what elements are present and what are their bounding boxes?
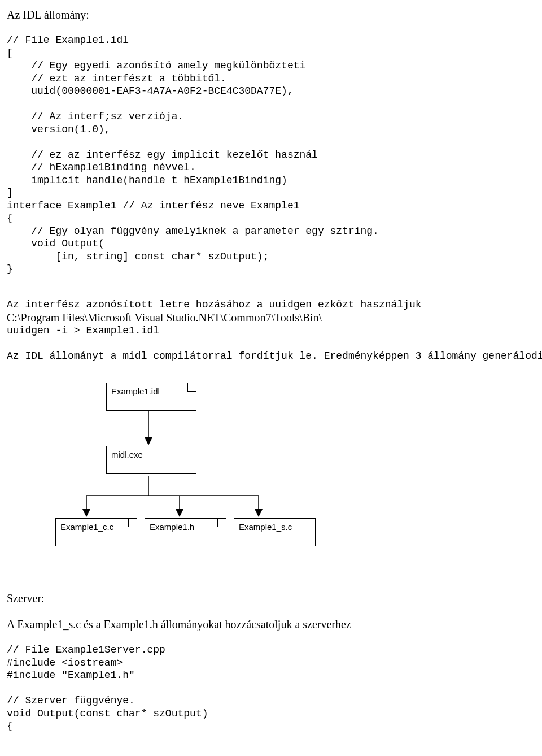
- diagram-box-idl: Example1.idl: [106, 383, 196, 411]
- command-text: uuidgen -i > Example1.idl: [7, 324, 535, 337]
- server-attach-line: A Example1_s.c és a Example1.h állományo…: [7, 618, 535, 631]
- diagram-box-label: midl.exe: [111, 450, 143, 459]
- diagram-box-s-c: Example1_s.c: [234, 518, 316, 546]
- diagram-box-h: Example1.h: [145, 518, 226, 546]
- section-title: Az IDL állomány:: [7, 8, 535, 21]
- diagram-box-c-c: Example1_c.c: [55, 518, 137, 546]
- paragraph-midl: Az IDL állományt a midl compilátorral fo…: [7, 350, 535, 363]
- diagram-box-midl: midl.exe: [106, 446, 196, 474]
- diagram-box-label: Example1.h: [150, 522, 194, 532]
- diagram-box-label: Example1.idl: [111, 386, 160, 396]
- path-text: C:\Program Files\Microsoft Visual Studio…: [7, 311, 535, 324]
- diagram-box-label: Example1_s.c: [239, 522, 292, 532]
- diagram-midl-flow: Example1.idl midl.exe Example1_c.c Examp…: [55, 383, 360, 558]
- code-block-idl: // File Example1.idl [ // Egy egyedi azo…: [7, 34, 535, 276]
- paragraph-uuidgen-intro: Az interfész azonósított letre hozásához…: [7, 298, 535, 311]
- diagram-box-label: Example1_c.c: [60, 522, 113, 532]
- section-server-title: Szerver:: [7, 592, 535, 605]
- code-block-server: // File Example1Server.cpp #include <ios…: [7, 644, 535, 733]
